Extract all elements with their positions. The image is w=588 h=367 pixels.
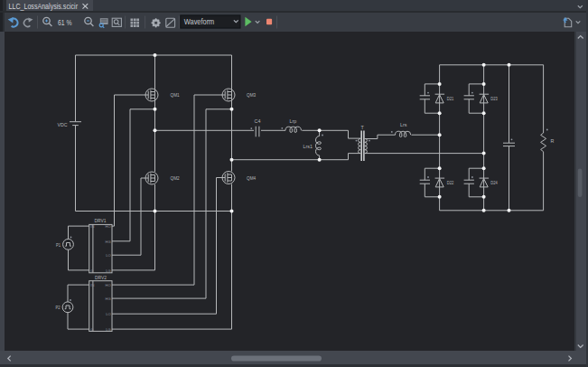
svg-text:LO: LO xyxy=(106,312,110,316)
svg-text:IN: IN xyxy=(90,283,94,287)
svg-text:G: G xyxy=(90,327,93,332)
svg-text:Lrs: Lrs xyxy=(400,122,407,127)
svg-text:61 %: 61 % xyxy=(58,19,72,27)
svg-text:HG: HG xyxy=(106,296,111,301)
svg-text:HO: HO xyxy=(106,283,111,287)
svg-text:QM2: QM2 xyxy=(171,175,180,181)
svg-text:Waveform: Waveform xyxy=(184,17,215,26)
svg-text:HO: HO xyxy=(106,224,111,229)
svg-text:Lrs1: Lrs1 xyxy=(303,144,313,149)
svg-text:VDC: VDC xyxy=(58,122,68,127)
svg-text:D23: D23 xyxy=(490,96,498,101)
svg-text:DRV2: DRV2 xyxy=(95,275,107,280)
svg-text:C4: C4 xyxy=(255,118,261,124)
svg-text:LLC_LossAnalysis.scicir: LLC_LossAnalysis.scicir xyxy=(9,2,79,11)
svg-text:QM1: QM1 xyxy=(171,92,180,98)
svg-text:P1: P1 xyxy=(56,242,61,248)
svg-text:D21: D21 xyxy=(447,96,454,101)
svg-text:IN: IN xyxy=(90,224,94,229)
svg-text:P2: P2 xyxy=(56,305,61,310)
svg-text:D22: D22 xyxy=(447,180,454,185)
svg-text:R: R xyxy=(551,138,555,144)
svg-text:HG: HG xyxy=(106,240,111,244)
svg-text:T: T xyxy=(361,125,365,130)
svg-text:G: G xyxy=(90,268,93,273)
svg-text:QM3: QM3 xyxy=(247,92,256,98)
svg-text:D24: D24 xyxy=(490,180,498,185)
svg-text:LG: LG xyxy=(106,327,110,332)
svg-text:LG: LG xyxy=(106,268,110,273)
svg-text:QM4: QM4 xyxy=(247,175,256,181)
svg-text:LO: LO xyxy=(106,253,110,258)
svg-text:Lrp: Lrp xyxy=(290,118,297,124)
svg-text:DRV1: DRV1 xyxy=(95,218,107,223)
